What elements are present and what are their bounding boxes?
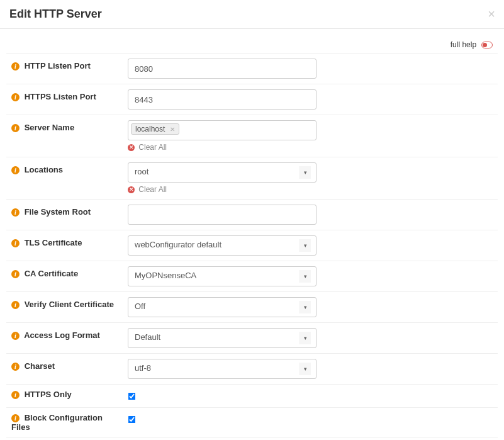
chevron-down-icon: ▾ [300,332,311,344]
verify-client-value: Off [135,302,145,311]
locations-select[interactable]: root ▾ [128,162,316,183]
label-server-name: Server Name [25,123,75,132]
label-tls-cert: TLS Certificate [25,238,82,247]
label-block-conf: Block Configuration Files [11,413,103,432]
clear-all-server-name[interactable]: ✕ Clear All [128,143,316,152]
server-name-tokens[interactable]: localhost ✕ [128,120,316,140]
label-ca-cert: CA Certificate [25,269,78,278]
https-only-checkbox[interactable] [128,393,136,400]
label-verify-client: Verify Client Certificate [25,300,114,309]
info-icon[interactable]: i [11,414,20,422]
info-icon[interactable]: i [11,301,20,309]
ca-cert-value: MyOPNsenseCA [135,271,196,280]
tls-cert-select[interactable]: webConfigurator default ▾ [128,235,316,256]
label-http-port: HTTP Listen Port [25,61,91,71]
label-https-port: HTTPS Listen Port [25,92,96,101]
tls-cert-value: webConfigurator default [135,240,221,249]
charset-value: utf-8 [135,363,151,373]
close-icon[interactable]: × [488,8,495,20]
clear-all-locations[interactable]: ✕ Clear All [128,185,316,194]
label-locations: Locations [25,165,63,174]
locations-value: root [135,167,148,176]
label-charset: Charset [25,361,55,371]
access-log-select[interactable]: Default ▾ [128,328,316,348]
form-table: full help i HTTP Listen Port i HTTPS Lis… [6,35,498,440]
full-help-toggle[interactable] [481,42,493,48]
info-icon[interactable]: i [11,208,20,217]
cancel-icon: ✕ [128,186,135,193]
label-access-log: Access Log Format [24,330,100,340]
modal-title: Edit HTTP Server [9,8,495,21]
chevron-down-icon: ▾ [300,166,311,179]
modal-header: Edit HTTP Server × [0,0,504,29]
label-https-only: HTTPS Only [25,390,72,399]
cancel-icon: ✕ [128,144,135,151]
chevron-down-icon: ▾ [300,239,311,252]
charset-select[interactable]: utf-8 ▾ [128,359,316,379]
clear-all-label: Clear All [138,185,167,194]
https-port-input[interactable] [128,89,316,110]
clear-all-label: Clear All [138,143,167,152]
help-row: full help [6,35,498,54]
server-name-token[interactable]: localhost ✕ [131,123,179,135]
info-icon[interactable]: i [11,270,20,278]
info-icon[interactable]: i [11,62,20,71]
http-port-input[interactable] [128,59,316,79]
chevron-down-icon: ▾ [300,363,311,375]
block-conf-checkbox[interactable] [128,416,136,424]
info-icon[interactable]: i [11,363,20,371]
token-remove-icon[interactable]: ✕ [170,126,175,133]
info-icon[interactable]: i [11,124,20,132]
full-help-label: full help [451,40,476,49]
verify-client-select[interactable]: Off ▾ [128,297,316,317]
info-icon[interactable]: i [11,391,20,399]
info-icon[interactable]: i [11,166,20,174]
modal-body: full help i HTTP Listen Port i HTTPS Lis… [0,29,504,440]
chevron-down-icon: ▾ [300,270,311,283]
label-fs-root: File System Root [25,207,91,217]
fs-root-input[interactable] [128,205,316,225]
info-icon[interactable]: i [11,332,20,340]
access-log-value: Default [135,332,160,342]
info-icon[interactable]: i [11,239,20,247]
ca-cert-select[interactable]: MyOPNsenseCA ▾ [128,266,316,286]
token-label: localhost [135,125,165,133]
chevron-down-icon: ▾ [300,301,311,313]
info-icon[interactable]: i [11,93,20,101]
